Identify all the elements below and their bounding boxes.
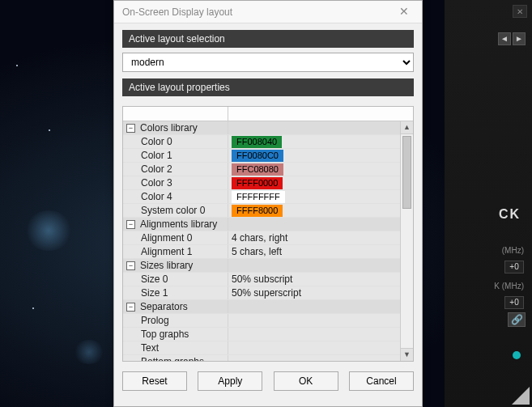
osd-layout-dialog: On-Screen Display layout ✕ Active layout… (113, 0, 423, 407)
properties-grid: −Colors libraryColor 0FF008040Color 1FF0… (122, 106, 414, 362)
value-box[interactable]: +0 (504, 261, 524, 273)
property-value: 50% subscript (232, 273, 292, 286)
group-row[interactable]: −Separators (123, 300, 400, 314)
group-row[interactable]: −Colors library (123, 121, 400, 135)
layout-select[interactable]: modern (122, 53, 414, 72)
property-row[interactable]: System color 0FFFF8000 (123, 204, 400, 218)
grid-header (123, 107, 413, 121)
corner-letter: A (512, 387, 530, 405)
property-label: Color 1 (141, 149, 172, 163)
property-row[interactable]: Size 150% superscript (123, 286, 400, 300)
property-value: 50% superscript (232, 286, 301, 300)
property-label: Prolog (141, 314, 169, 328)
collapse-toggle[interactable]: − (126, 261, 135, 270)
property-value: 5 chars, left (232, 245, 282, 259)
collapse-toggle[interactable]: − (126, 303, 135, 312)
group-label: Sizes library (140, 259, 193, 273)
property-row[interactable]: Color 1FF0080C0 (123, 149, 400, 163)
ok-button[interactable]: OK (274, 371, 338, 391)
property-label: Size 0 (141, 273, 168, 286)
group-row[interactable]: −Alignments library (123, 218, 400, 231)
collapse-toggle[interactable]: − (126, 220, 135, 229)
property-value: 4 chars, right (232, 231, 287, 245)
group-label: Alignments library (140, 218, 217, 231)
close-button[interactable]: ✕ (391, 4, 417, 20)
property-label: Alignment 1 (141, 245, 192, 259)
property-label: Text (141, 341, 159, 355)
property-label: Color 0 (141, 135, 172, 149)
section-header-selection: Active layout selection (122, 30, 414, 48)
property-row[interactable]: Alignment 04 chars, right (123, 231, 400, 245)
cancel-button[interactable]: Cancel (349, 371, 414, 391)
color-swatch: FFFF0000 (232, 177, 283, 189)
property-row[interactable]: Color 3FFFF0000 (123, 176, 400, 190)
property-row[interactable]: Size 050% subscript (123, 273, 400, 286)
property-row[interactable]: Top graphs (123, 328, 400, 341)
close-icon[interactable]: ✕ (513, 5, 527, 18)
color-swatch: FFFFFFFF (232, 191, 285, 203)
scroll-up-button[interactable]: ▲ (401, 121, 413, 134)
property-row[interactable]: Alignment 15 chars, left (123, 245, 400, 259)
property-row[interactable]: Color 2FFC08080 (123, 163, 400, 176)
value-box[interactable]: +0 (504, 296, 524, 309)
property-label: Color 2 (141, 163, 172, 176)
titlebar: On-Screen Display layout ✕ (114, 1, 422, 23)
property-row[interactable]: Prolog (123, 314, 400, 328)
clock-label: CK (499, 207, 521, 222)
unit-label: K (MHz) (494, 282, 524, 290)
property-row[interactable]: Color 4FFFFFFFF (123, 190, 400, 204)
color-swatch: FFFF8000 (232, 205, 283, 217)
color-swatch: FF0080C0 (232, 150, 283, 162)
apply-button[interactable]: Apply (198, 371, 262, 391)
dialog-buttons: Reset Apply OK Cancel (114, 362, 422, 399)
scrollbar[interactable]: ▲ ▼ (400, 121, 413, 361)
segment-next-button[interactable]: ► (513, 32, 526, 45)
property-label: Size 1 (141, 286, 168, 300)
property-row[interactable]: Text (123, 341, 400, 355)
property-label: Color 4 (141, 190, 172, 204)
group-label: Separators (140, 300, 188, 314)
reset-button[interactable]: Reset (122, 371, 187, 391)
scroll-thumb[interactable] (402, 136, 411, 209)
property-label: Top graphs (141, 328, 189, 341)
section-header-properties: Active layout properties (122, 78, 414, 96)
property-label: Alignment 0 (141, 231, 192, 245)
collapse-toggle[interactable]: − (126, 124, 135, 133)
color-swatch: FFC08080 (232, 163, 283, 176)
property-label: System color 0 (141, 204, 205, 218)
property-row[interactable]: Color 0FF008040 (123, 135, 400, 149)
window-title: On-Screen Display layout (122, 6, 232, 18)
group-label: Colors library (140, 121, 198, 135)
property-row[interactable]: Bottom graphs (123, 355, 400, 361)
group-row[interactable]: −Sizes library (123, 259, 400, 273)
scroll-down-button[interactable]: ▼ (401, 348, 413, 361)
layout-dropdown[interactable]: modern (122, 53, 414, 72)
status-led (513, 351, 521, 359)
segment-prev-button[interactable]: ◄ (498, 32, 511, 45)
unit-label: (MHz) (502, 246, 524, 255)
link-icon[interactable]: 🔗 (508, 312, 526, 327)
property-label: Bottom graphs (141, 355, 204, 362)
background-app-panel: ✕ ◄ ► CK (MHz) +0 K (MHz) +0 🔗 A (445, 0, 532, 407)
property-label: Color 3 (141, 176, 172, 190)
color-swatch: FF008040 (232, 136, 282, 148)
